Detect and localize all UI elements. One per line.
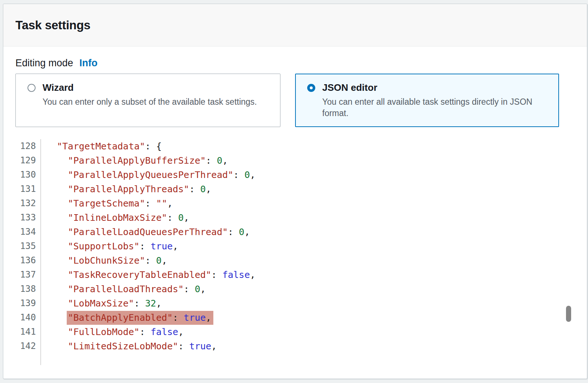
code-line[interactable]: 135"SupportLobs": true, [15,239,575,253]
code-line[interactable]: 131"ParallelApplyThreads": 0, [15,182,575,196]
code-text[interactable]: "InlineLobMaxSize": 0, [41,211,189,225]
code-text[interactable]: "ParallelApplyBufferSize": 0, [41,153,228,168]
line-number: 141 [15,325,41,339]
line-number: 139 [15,296,41,311]
line-number: 135 [15,239,41,253]
code-text[interactable]: "TargetMetadata": { [41,139,162,153]
highlighted-code: "BatchApplyEnabled": true, [67,311,213,325]
code-lines: 128"TargetMetadata": {129"ParallelApplyB… [15,139,575,365]
code-text[interactable]: "BatchApplyEnabled": true, [41,311,213,325]
radio-unselected-icon[interactable] [27,84,36,92]
code-line[interactable]: 140"BatchApplyEnabled": true, [15,311,575,325]
editing-mode-options: Wizard You can enter only a subset of th… [15,74,575,127]
code-line[interactable]: 142"LimitedSizeLobMode": true, [15,339,575,353]
line-number: 134 [15,225,41,239]
code-text[interactable]: "TargetSchema": "", [41,196,173,211]
json-editor-option-label: JSON editor [322,82,377,93]
code-text[interactable]: "LobChunkSize": 0, [41,253,167,268]
option-card-wizard[interactable]: Wizard You can enter only a subset of th… [15,74,280,127]
panel-header: Task settings [3,4,587,47]
code-text[interactable]: "ParallelApplyThreads": 0, [41,182,211,196]
json-editor-radio-row: JSON editor [307,82,547,93]
code-line[interactable]: 137"TaskRecoveryTableEnabled": false, [15,268,575,282]
line-number: 140 [15,311,41,325]
code-text[interactable]: "SupportLobs": true, [41,239,178,253]
code-text[interactable]: "LimitedSizeLobMode": true, [41,339,217,353]
wizard-option-label: Wizard [43,82,74,93]
code-text[interactable]: "TaskRecoveryTableEnabled": false, [41,268,256,282]
code-text[interactable]: "ParallelApplyQueuesPerThread": 0, [41,168,256,182]
wizard-option-description: You can enter only a subset of the avail… [43,96,269,108]
radio-selected-icon[interactable] [307,84,315,92]
code-line[interactable]: 134"ParallelLoadQueuesPerThread": 0, [15,225,575,239]
task-settings-panel: Task settings Editing mode Info Wizard Y… [3,4,587,379]
scrollbar-thumb[interactable] [566,306,571,322]
line-number: 131 [15,182,41,196]
line-number: 138 [15,282,41,296]
option-card-json-editor[interactable]: JSON editor You can enter all available … [295,74,559,127]
code-text[interactable]: "ParallelLoadThreads": 0, [41,282,206,296]
editing-mode-label: Editing mode [15,57,73,69]
code-line[interactable]: 133"InlineLobMaxSize": 0, [15,211,575,225]
gutter-filler [15,353,41,365]
code-text[interactable]: "FullLobMode": false, [41,325,184,339]
line-number: 132 [15,196,41,211]
code-line[interactable]: 128"TargetMetadata": { [15,139,575,153]
code-line[interactable]: 138"ParallelLoadThreads": 0, [15,282,575,296]
code-line[interactable]: 129"ParallelApplyBufferSize": 0, [15,153,575,168]
wizard-radio-row: Wizard [27,82,269,93]
editing-mode-row: Editing mode Info [15,57,575,69]
json-code-editor[interactable]: 128"TargetMetadata": {129"ParallelApplyB… [15,139,575,365]
code-line[interactable]: 136"LobChunkSize": 0, [15,253,575,268]
line-number: 137 [15,268,41,282]
line-number: 136 [15,253,41,268]
line-number: 129 [15,153,41,168]
code-line[interactable]: 141"FullLobMode": false, [15,325,575,339]
code-line[interactable]: 132"TargetSchema": "", [15,196,575,211]
code-line[interactable]: 139"LobMaxSize": 32, [15,296,575,311]
json-editor-option-description: You can enter all available task setting… [322,96,547,119]
code-line[interactable]: 130"ParallelApplyQueuesPerThread": 0, [15,168,575,182]
info-link[interactable]: Info [80,57,98,69]
code-text[interactable]: "ParallelLoadQueuesPerThread": 0, [41,225,250,239]
panel-content: Editing mode Info Wizard You can enter o… [3,47,587,365]
line-number: 142 [15,339,41,353]
line-number: 130 [15,168,41,182]
line-number: 133 [15,211,41,225]
page-title: Task settings [15,18,91,32]
line-number: 128 [15,139,41,153]
code-text[interactable]: "LobMaxSize": 32, [41,296,162,311]
